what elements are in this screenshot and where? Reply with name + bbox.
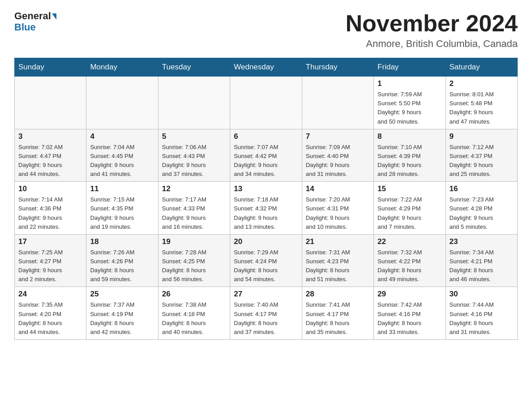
col-header-saturday: Saturday — [446, 58, 517, 77]
day-cell: 28Sunrise: 7:41 AM Sunset: 4:17 PM Dayli… — [302, 287, 373, 340]
day-cell: 21Sunrise: 7:31 AM Sunset: 4:23 PM Dayli… — [302, 234, 373, 287]
logo-general: General — [14, 11, 56, 21]
day-number: 9 — [450, 132, 514, 141]
day-info: Sunrise: 7:02 AM Sunset: 4:47 PM Dayligh… — [18, 143, 82, 179]
day-number: 3 — [18, 132, 82, 141]
day-number: 24 — [18, 290, 82, 299]
day-number: 18 — [90, 237, 154, 246]
day-info: Sunrise: 7:22 AM Sunset: 4:29 PM Dayligh… — [378, 195, 442, 231]
day-number: 20 — [234, 237, 298, 246]
day-cell: 7Sunrise: 7:09 AM Sunset: 4:40 PM Daylig… — [302, 129, 373, 182]
day-info: Sunrise: 7:14 AM Sunset: 4:36 PM Dayligh… — [18, 195, 82, 231]
col-header-sunday: Sunday — [15, 58, 86, 77]
day-number: 14 — [306, 184, 370, 193]
day-cell: 14Sunrise: 7:20 AM Sunset: 4:31 PM Dayli… — [302, 182, 373, 235]
day-number: 21 — [306, 237, 370, 246]
calendar-table: SundayMondayTuesdayWednesdayThursdayFrid… — [14, 58, 518, 340]
day-cell: 18Sunrise: 7:26 AM Sunset: 4:26 PM Dayli… — [86, 234, 158, 287]
day-cell — [86, 77, 158, 129]
day-info: Sunrise: 7:59 AM Sunset: 5:50 PM Dayligh… — [378, 90, 442, 126]
day-number: 11 — [90, 184, 154, 193]
day-info: Sunrise: 7:32 AM Sunset: 4:22 PM Dayligh… — [378, 248, 442, 284]
day-number: 5 — [162, 132, 226, 141]
day-info: Sunrise: 7:31 AM Sunset: 4:23 PM Dayligh… — [306, 248, 370, 284]
day-info: Sunrise: 7:06 AM Sunset: 4:43 PM Dayligh… — [162, 143, 226, 179]
day-info: Sunrise: 7:42 AM Sunset: 4:16 PM Dayligh… — [378, 300, 442, 337]
day-cell: 6Sunrise: 7:07 AM Sunset: 4:42 PM Daylig… — [230, 129, 302, 182]
day-number: 10 — [18, 184, 82, 193]
day-info: Sunrise: 7:29 AM Sunset: 4:24 PM Dayligh… — [234, 248, 298, 284]
day-cell: 2Sunrise: 8:01 AM Sunset: 5:48 PM Daylig… — [446, 77, 517, 129]
logo-blue: Blue — [14, 21, 36, 33]
week-row-3: 10Sunrise: 7:14 AM Sunset: 4:36 PM Dayli… — [15, 182, 518, 235]
day-cell: 20Sunrise: 7:29 AM Sunset: 4:24 PM Dayli… — [230, 234, 302, 287]
day-info: Sunrise: 7:44 AM Sunset: 4:16 PM Dayligh… — [450, 300, 514, 337]
week-row-1: 1Sunrise: 7:59 AM Sunset: 5:50 PM Daylig… — [15, 77, 518, 129]
day-number: 29 — [378, 290, 442, 299]
day-cell: 4Sunrise: 7:04 AM Sunset: 4:45 PM Daylig… — [86, 129, 158, 182]
day-info: Sunrise: 7:07 AM Sunset: 4:42 PM Dayligh… — [234, 143, 298, 179]
day-cell: 3Sunrise: 7:02 AM Sunset: 4:47 PM Daylig… — [15, 129, 86, 182]
day-cell: 9Sunrise: 7:12 AM Sunset: 4:37 PM Daylig… — [446, 129, 517, 182]
day-number: 12 — [162, 184, 226, 193]
day-cell: 13Sunrise: 7:18 AM Sunset: 4:32 PM Dayli… — [230, 182, 302, 235]
day-cell: 15Sunrise: 7:22 AM Sunset: 4:29 PM Dayli… — [374, 182, 446, 235]
day-cell: 30Sunrise: 7:44 AM Sunset: 4:16 PM Dayli… — [446, 287, 517, 340]
day-info: Sunrise: 7:20 AM Sunset: 4:31 PM Dayligh… — [306, 195, 370, 231]
day-cell: 29Sunrise: 7:42 AM Sunset: 4:16 PM Dayli… — [374, 287, 446, 340]
day-cell — [230, 77, 302, 129]
col-header-friday: Friday — [374, 58, 446, 77]
day-number: 19 — [162, 237, 226, 246]
day-cell: 24Sunrise: 7:35 AM Sunset: 4:20 PM Dayli… — [15, 287, 86, 340]
day-number: 6 — [234, 132, 298, 141]
day-info: Sunrise: 7:04 AM Sunset: 4:45 PM Dayligh… — [90, 143, 154, 179]
day-info: Sunrise: 7:10 AM Sunset: 4:39 PM Dayligh… — [378, 143, 442, 179]
day-number: 13 — [234, 184, 298, 193]
day-info: Sunrise: 7:09 AM Sunset: 4:40 PM Dayligh… — [306, 143, 370, 179]
day-info: Sunrise: 7:35 AM Sunset: 4:20 PM Dayligh… — [18, 300, 82, 337]
day-number: 30 — [450, 290, 514, 299]
day-cell — [302, 77, 373, 129]
day-info: Sunrise: 7:17 AM Sunset: 4:33 PM Dayligh… — [162, 195, 226, 231]
week-row-4: 17Sunrise: 7:25 AM Sunset: 4:27 PM Dayli… — [15, 234, 518, 287]
calendar-header: SundayMondayTuesdayWednesdayThursdayFrid… — [15, 58, 518, 77]
day-cell — [15, 77, 86, 129]
day-info: Sunrise: 7:28 AM Sunset: 4:25 PM Dayligh… — [162, 248, 226, 284]
day-cell: 23Sunrise: 7:34 AM Sunset: 4:21 PM Dayli… — [446, 234, 517, 287]
day-cell: 1Sunrise: 7:59 AM Sunset: 5:50 PM Daylig… — [374, 77, 446, 129]
day-number: 16 — [450, 184, 514, 193]
day-cell: 12Sunrise: 7:17 AM Sunset: 4:33 PM Dayli… — [158, 182, 230, 235]
day-info: Sunrise: 7:25 AM Sunset: 4:27 PM Dayligh… — [18, 248, 82, 284]
col-header-tuesday: Tuesday — [158, 58, 230, 77]
title-block: November 2024 Anmore, British Columbia, … — [346, 11, 518, 50]
day-cell: 25Sunrise: 7:37 AM Sunset: 4:19 PM Dayli… — [86, 287, 158, 340]
day-number: 22 — [378, 237, 442, 246]
header-row: SundayMondayTuesdayWednesdayThursdayFrid… — [15, 58, 518, 77]
day-info: Sunrise: 7:41 AM Sunset: 4:17 PM Dayligh… — [306, 300, 370, 337]
col-header-thursday: Thursday — [302, 58, 373, 77]
day-number: 4 — [90, 132, 154, 141]
day-number: 17 — [18, 237, 82, 246]
day-number: 1 — [378, 79, 442, 88]
day-cell: 17Sunrise: 7:25 AM Sunset: 4:27 PM Dayli… — [15, 234, 86, 287]
day-number: 23 — [450, 237, 514, 246]
day-number: 25 — [90, 290, 154, 299]
day-info: Sunrise: 8:01 AM Sunset: 5:48 PM Dayligh… — [450, 90, 514, 126]
week-row-2: 3Sunrise: 7:02 AM Sunset: 4:47 PM Daylig… — [15, 129, 518, 182]
subtitle: Anmore, British Columbia, Canada — [346, 38, 518, 50]
week-row-5: 24Sunrise: 7:35 AM Sunset: 4:20 PM Dayli… — [15, 287, 518, 340]
col-header-wednesday: Wednesday — [230, 58, 302, 77]
day-cell: 26Sunrise: 7:38 AM Sunset: 4:18 PM Dayli… — [158, 287, 230, 340]
day-number: 28 — [306, 290, 370, 299]
day-number: 7 — [306, 132, 370, 141]
page-header: General Blue November 2024 Anmore, Briti… — [14, 11, 518, 50]
day-info: Sunrise: 7:12 AM Sunset: 4:37 PM Dayligh… — [450, 143, 514, 179]
calendar-body: 1Sunrise: 7:59 AM Sunset: 5:50 PM Daylig… — [15, 77, 518, 340]
day-cell: 16Sunrise: 7:23 AM Sunset: 4:28 PM Dayli… — [446, 182, 517, 235]
day-cell: 11Sunrise: 7:15 AM Sunset: 4:35 PM Dayli… — [86, 182, 158, 235]
day-info: Sunrise: 7:23 AM Sunset: 4:28 PM Dayligh… — [450, 195, 514, 231]
day-info: Sunrise: 7:18 AM Sunset: 4:32 PM Dayligh… — [234, 195, 298, 231]
day-number: 2 — [450, 79, 514, 88]
day-number: 27 — [234, 290, 298, 299]
col-header-monday: Monday — [86, 58, 158, 77]
